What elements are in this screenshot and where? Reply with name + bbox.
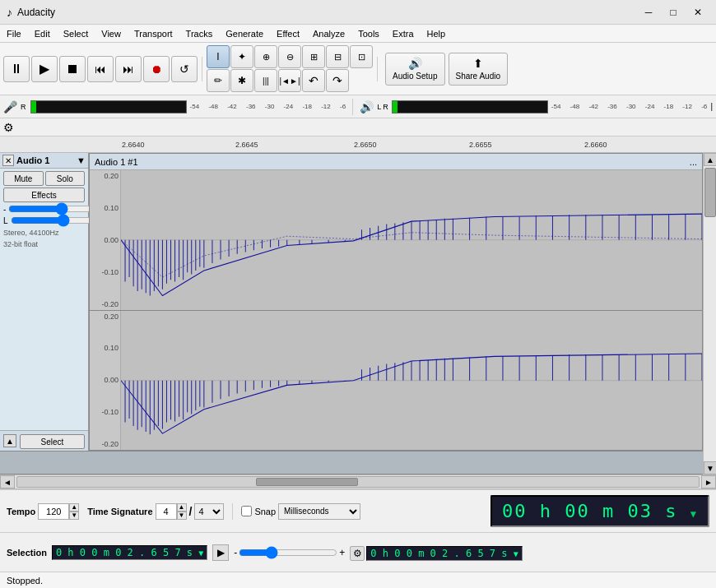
waveform-top-canvas[interactable] bbox=[121, 170, 702, 310]
settings-icon[interactable]: ⚙ bbox=[3, 121, 14, 134]
undo-button[interactable]: ↶ bbox=[302, 69, 325, 92]
scroll-up-button[interactable]: ▲ bbox=[704, 153, 716, 166]
selection-start-down-icon[interactable]: ▼ bbox=[198, 549, 203, 558]
menu-tools[interactable]: Tools bbox=[351, 27, 386, 40]
menu-transport[interactable]: Transport bbox=[128, 27, 179, 40]
zoom-out-button[interactable]: ⊖ bbox=[278, 45, 301, 68]
play-button[interactable]: ▶ bbox=[31, 56, 58, 82]
time-dropdown-icon[interactable]: ▼ bbox=[690, 508, 698, 520]
track-dropdown-button[interactable]: ▼ bbox=[77, 155, 86, 165]
track-name-label: Audio 1 bbox=[16, 155, 77, 165]
ruler-tick-1: 2.6640 bbox=[122, 141, 145, 149]
track-bottom-row: ▲ Select bbox=[0, 430, 88, 451]
minimize-button[interactable]: ─ bbox=[637, 3, 660, 21]
scroll-down-button[interactable]: ▼ bbox=[704, 461, 716, 475]
silence-button[interactable]: ||| bbox=[254, 69, 277, 92]
selection-end-group: ⚙ 0 h 0 0 m 0 2 . 6 5 7 s ▼ bbox=[350, 546, 522, 561]
track-menu-button[interactable]: ... bbox=[690, 157, 697, 167]
menu-select[interactable]: Select bbox=[57, 27, 95, 40]
selection-start-value: 0 h 0 0 m 0 2 . 6 5 7 s bbox=[56, 547, 193, 558]
draw-tool-button[interactable]: ✏ bbox=[207, 69, 230, 92]
timesig-num-down-button[interactable]: ▼ bbox=[177, 512, 187, 520]
record-button[interactable]: ⏺ bbox=[143, 56, 170, 82]
track-close-name-row: ✕ Audio 1 ▼ bbox=[0, 153, 88, 169]
y-axis-bottom: 0.20 0.10 0.00 -0.10 -0.20 bbox=[90, 311, 121, 451]
hscroll-right-button[interactable]: ► bbox=[701, 475, 716, 488]
zoom-fit-button[interactable]: ⊟ bbox=[326, 45, 349, 68]
selection-label: Selection bbox=[7, 548, 47, 558]
zoom-tog-button[interactable]: ⊡ bbox=[350, 45, 373, 68]
maximize-button[interactable]: □ bbox=[662, 3, 685, 21]
zoom-sel-button[interactable]: ⊞ bbox=[302, 45, 325, 68]
snap-checkbox[interactable] bbox=[241, 506, 252, 516]
toolbar: ⏸ ▶ ⏹ ⏮ ⏭ ⏺ ↺ I ✦ ⊕ ⊖ ⊞ ⊟ ⊡ ✏ ✱ ||| bbox=[0, 43, 716, 95]
menu-file[interactable]: File bbox=[0, 27, 28, 40]
menu-extra[interactable]: Extra bbox=[386, 27, 421, 40]
menu-help[interactable]: Help bbox=[421, 27, 453, 40]
playback-speaker-icon: 🔊 bbox=[360, 100, 374, 113]
tempo-input[interactable] bbox=[38, 503, 69, 520]
empty-track-space bbox=[0, 451, 703, 475]
pan-row: L R bbox=[3, 215, 85, 225]
mute-button[interactable]: Mute bbox=[3, 171, 44, 186]
tempo-down-button[interactable]: ▼ bbox=[69, 512, 79, 520]
audio-setup-button[interactable]: 🔊 Audio Setup bbox=[385, 53, 445, 86]
menu-generate[interactable]: Generate bbox=[219, 27, 270, 40]
hscroll-thumb[interactable] bbox=[256, 478, 358, 486]
stop-button[interactable]: ⏹ bbox=[59, 56, 86, 82]
audio-setup-label: Audio Setup bbox=[393, 72, 438, 81]
menu-analyze[interactable]: Analyze bbox=[306, 27, 351, 40]
y-bot-5: -0.20 bbox=[91, 440, 119, 448]
track-title-bar: Audio 1 #1 ... bbox=[90, 154, 702, 170]
waveform-bottom-canvas[interactable] bbox=[121, 311, 702, 451]
meter-end-icon: | bbox=[710, 102, 713, 111]
zoom-in-button[interactable]: ⊕ bbox=[254, 45, 277, 68]
zoom-slider[interactable] bbox=[239, 547, 337, 558]
bottom-bar: Tempo ▲ ▼ Time Signature ▲ ▼ / bbox=[0, 489, 716, 532]
selection-gear-button[interactable]: ⚙ bbox=[350, 546, 365, 561]
redo-button[interactable]: ↷ bbox=[326, 69, 349, 92]
menu-effect[interactable]: Effect bbox=[270, 27, 306, 40]
timesig-num-group: ▲ ▼ bbox=[156, 503, 187, 520]
ruler-tick-3: 2.6650 bbox=[354, 141, 377, 149]
timesig-label: Time Signature bbox=[87, 507, 152, 516]
collapse-button[interactable]: ▲ bbox=[3, 434, 16, 447]
time-display: 00 h 00 m 03 s ▼ bbox=[491, 495, 709, 527]
skip-back-button[interactable]: ⏮ bbox=[87, 56, 114, 82]
tempo-up-button[interactable]: ▲ bbox=[69, 503, 79, 512]
y-top-3: 0.00 bbox=[91, 236, 119, 244]
selection-bar: Selection 0 h 0 0 m 0 2 . 6 5 7 s ▼ ▶ - … bbox=[0, 532, 716, 572]
right-scrollbar: ▲ ▼ bbox=[703, 153, 716, 475]
loop-button[interactable]: ↺ bbox=[171, 56, 198, 82]
select-track-button[interactable]: Select bbox=[20, 434, 85, 449]
envelope-tool-button[interactable]: ✦ bbox=[230, 45, 253, 68]
multi-tool-button[interactable]: ✱ bbox=[230, 69, 253, 92]
pause-button[interactable]: ⏸ bbox=[3, 56, 30, 82]
milliseconds-select[interactable]: Milliseconds Seconds Minutes Beats Measu… bbox=[278, 503, 360, 520]
skip-fwd-button[interactable]: ⏭ bbox=[115, 56, 142, 82]
trim-button[interactable]: |◄►| bbox=[278, 69, 301, 92]
menu-edit[interactable]: Edit bbox=[28, 27, 57, 40]
app: ♪ Audacity ─ □ ✕ File Edit Select View T… bbox=[0, 0, 716, 588]
titlebar: ♪ Audacity ─ □ ✕ bbox=[0, 0, 716, 25]
timesig-denominator-select[interactable]: 4 2 8 16 bbox=[194, 503, 224, 520]
y-bot-4: -0.10 bbox=[91, 408, 119, 416]
zoom-slider-group: - + bbox=[234, 547, 345, 558]
solo-button[interactable]: Solo bbox=[45, 171, 86, 186]
timesig-num-up-button[interactable]: ▲ bbox=[177, 503, 187, 512]
close-button[interactable]: ✕ bbox=[686, 3, 709, 21]
selection-end-down-icon[interactable]: ▼ bbox=[514, 549, 518, 558]
timesig-numerator-input[interactable] bbox=[156, 503, 177, 520]
play-selection-button[interactable]: ▶ bbox=[212, 544, 229, 561]
snap-label[interactable]: Snap bbox=[254, 507, 276, 516]
share-audio-button[interactable]: ⬆ Share Audio bbox=[449, 53, 509, 86]
select-tool-button[interactable]: I bbox=[207, 45, 230, 68]
hscroll-left-button[interactable]: ◄ bbox=[0, 475, 15, 488]
effects-button[interactable]: Effects bbox=[3, 188, 85, 202]
selection-start-display: 0 h 0 0 m 0 2 . 6 5 7 s ▼ bbox=[52, 545, 207, 560]
timeline-ruler: 2.6640 2.6645 2.6650 2.6655 2.6660 bbox=[0, 137, 716, 153]
menu-tracks[interactable]: Tracks bbox=[179, 27, 220, 40]
track-close-button[interactable]: ✕ bbox=[2, 155, 14, 166]
menu-view[interactable]: View bbox=[95, 27, 128, 40]
scroll-thumb[interactable] bbox=[704, 168, 716, 217]
